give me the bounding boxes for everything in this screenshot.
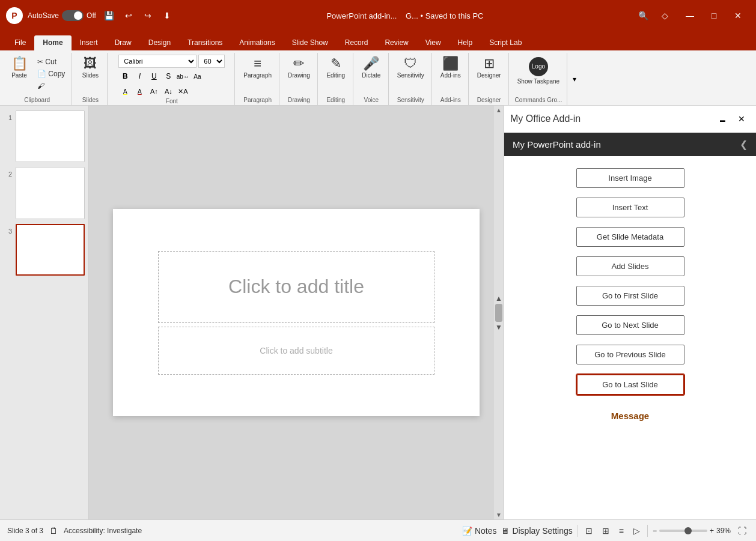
go-to-last-slide-button[interactable]: Go to Last Slide: [576, 374, 684, 395]
go-to-previous-slide-button[interactable]: Go to Previous Slide: [576, 345, 684, 364]
fit-slide-button[interactable]: ⛶: [736, 525, 749, 537]
slides-button[interactable]: 🖼 Slides: [77, 55, 103, 82]
tab-insert[interactable]: Insert: [72, 35, 106, 50]
redo-button[interactable]: ↪: [139, 7, 156, 24]
voice-label: Voice: [358, 97, 385, 105]
designer-button[interactable]: ⊞ Designer: [474, 55, 505, 82]
increase-font-button[interactable]: A↑: [147, 85, 160, 98]
save-button[interactable]: 💾: [101, 7, 118, 24]
designer-group: ⊞ Designer Designer: [470, 53, 509, 105]
font-color-button[interactable]: A: [133, 85, 146, 98]
customize-qat-button[interactable]: ⬇: [159, 7, 175, 24]
dictate-icon: 🎤: [363, 57, 379, 70]
tab-record[interactable]: Record: [337, 35, 377, 50]
accessibility-status[interactable]: Accessibility: Investigate: [64, 527, 142, 535]
scroll-thumb[interactable]: [495, 304, 502, 322]
scroll-up-page[interactable]: ▲: [495, 294, 502, 303]
close-button[interactable]: ✕: [726, 6, 750, 25]
sensitivity-button[interactable]: 🛡 Sensitivity: [394, 55, 428, 82]
slide-notes-icon[interactable]: 🗒: [49, 526, 58, 536]
underline-button[interactable]: U: [147, 70, 160, 83]
undo-button[interactable]: ↩: [120, 7, 137, 24]
slide-sorter-button[interactable]: ⊞: [600, 525, 612, 537]
tab-help[interactable]: Help: [450, 35, 481, 50]
paste-button[interactable]: 📋 Paste: [6, 55, 32, 82]
clear-format-button[interactable]: ✕A: [176, 85, 189, 98]
zoom-level[interactable]: 39%: [716, 527, 731, 535]
go-to-first-slide-button[interactable]: Go to First Slide: [576, 286, 684, 306]
font-name-row: Calibri 60: [118, 55, 225, 68]
tab-design[interactable]: Design: [140, 35, 179, 50]
drawing-button[interactable]: ✏ Drawing: [284, 55, 314, 82]
clipboard-group: 📋 Paste ✂ Cut 📄 Copy 🖌 Clipboard: [2, 53, 72, 105]
slide-subtitle-placeholder[interactable]: Click to add subtitle: [158, 327, 434, 375]
vertical-scrollbar[interactable]: ▲ ▲ ▼ ▼: [494, 106, 504, 519]
display-settings-button[interactable]: 🖥 Display Settings: [501, 526, 572, 536]
text-highlight-button[interactable]: A: [118, 85, 132, 98]
tab-file[interactable]: File: [6, 35, 34, 50]
tab-draw[interactable]: Draw: [106, 35, 140, 50]
normal-view-button[interactable]: ⊡: [583, 525, 595, 537]
zoom-out-button[interactable]: −: [653, 527, 657, 535]
scroll-up-arrow[interactable]: ▲: [496, 107, 502, 113]
case-button[interactable]: Aa: [191, 70, 204, 83]
slide-thumbnail-3[interactable]: [16, 224, 85, 276]
tab-home[interactable]: Home: [34, 35, 71, 50]
insert-image-button[interactable]: Insert Image: [576, 168, 684, 188]
slide-thumbnail-2[interactable]: [16, 167, 85, 219]
add-slides-button[interactable]: Add Slides: [576, 256, 684, 276]
tab-scriptlab[interactable]: Script Lab: [481, 35, 530, 50]
bold-button[interactable]: B: [118, 70, 132, 83]
go-to-next-slide-button[interactable]: Go to Next Slide: [576, 315, 684, 335]
cut-button[interactable]: ✂ Cut: [34, 56, 68, 67]
show-taskpane-button[interactable]: Logo Show Taskpane: [514, 55, 563, 88]
status-bar: Slide 3 of 3 🗒 Accessibility: Investigat…: [0, 519, 756, 541]
sensitivity-label: Sensitivity: [394, 97, 428, 105]
italic-button[interactable]: I: [133, 70, 146, 83]
tab-slideshow[interactable]: Slide Show: [284, 35, 337, 50]
slide-thumbnail-1[interactable]: [16, 110, 85, 162]
slideshow-button[interactable]: ▷: [631, 525, 642, 537]
task-pane-content: Insert Image Insert Text Get Slide Metad…: [504, 156, 756, 519]
slide-thumb-row-3: 3: [4, 224, 85, 276]
scroll-down-page[interactable]: ▼: [495, 323, 502, 331]
autosave-toggle[interactable]: [62, 10, 84, 21]
decrease-font-button[interactable]: A↓: [162, 85, 175, 98]
task-pane-close-button[interactable]: ✕: [733, 110, 750, 127]
ribbon-overflow-button[interactable]: ▾: [569, 53, 581, 105]
zoom-in-button[interactable]: +: [710, 527, 714, 535]
font-size-select[interactable]: 60: [198, 55, 225, 68]
tab-view[interactable]: View: [417, 35, 450, 50]
drawing-group: ✏ Drawing Drawing: [281, 53, 318, 105]
scroll-down-arrow[interactable]: ▼: [496, 512, 502, 518]
search-icon[interactable]: 🔍: [635, 7, 651, 24]
app-title: PowerPoint add-in... G... • Saved to thi…: [180, 11, 630, 20]
slide-thumb-row-2: 2: [4, 167, 85, 219]
notes-button[interactable]: 📝 Notes: [462, 526, 496, 536]
strikethrough-button[interactable]: S: [162, 70, 175, 83]
reading-view-button[interactable]: ≡: [617, 525, 626, 537]
zoom-slider[interactable]: [659, 530, 707, 532]
char-spacing-button[interactable]: ab↔: [176, 70, 189, 83]
task-pane-collapse-button[interactable]: ❮: [740, 139, 748, 150]
font-name-select[interactable]: Calibri: [118, 55, 197, 68]
tab-animations[interactable]: Animations: [231, 35, 283, 50]
sensitivity-group: 🛡 Sensitivity Sensitivity: [390, 53, 432, 105]
highlight-row: A A A↑ A↓ ✕A: [118, 85, 189, 98]
task-pane-minimize-button[interactable]: 🗕: [714, 110, 731, 127]
format-painter-button[interactable]: 🖌: [34, 80, 68, 91]
addins-button[interactable]: ⬛ Add-ins: [437, 55, 465, 82]
dictate-button[interactable]: 🎤 Dictate: [358, 55, 385, 82]
tab-transitions[interactable]: Transitions: [179, 35, 231, 50]
editing-button[interactable]: ✎ Editing: [323, 55, 349, 82]
maximize-button[interactable]: □: [702, 6, 726, 25]
slide-title-placeholder[interactable]: Click to add title: [158, 251, 434, 323]
insert-text-button[interactable]: Insert Text: [576, 198, 684, 217]
slides-label: Slides: [77, 97, 103, 105]
minimize-button[interactable]: —: [678, 6, 702, 25]
tab-review[interactable]: Review: [376, 35, 416, 50]
ribbon-diamond-icon[interactable]: ◇: [656, 7, 673, 24]
get-slide-metadata-button[interactable]: Get Slide Metadata: [576, 227, 684, 247]
copy-button[interactable]: 📄 Copy: [34, 68, 68, 79]
paragraph-button[interactable]: ≡ Paragraph: [240, 55, 275, 82]
